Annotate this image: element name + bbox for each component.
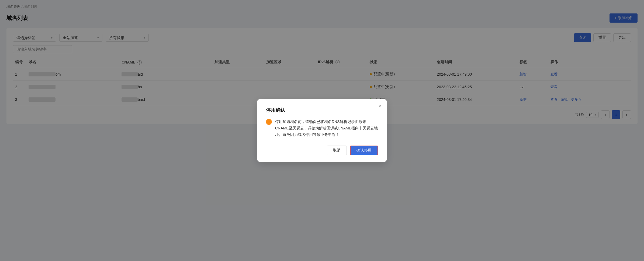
modal-overlay: × 停用确认 ! 停用加速域名前，请确保已将域名DNS解析记录由原来CNAME至… <box>0 0 644 261</box>
modal-close-button[interactable]: × <box>378 104 381 109</box>
confirm-disable-button[interactable]: 确认停用 <box>350 146 378 155</box>
warning-icon: ! <box>266 119 272 125</box>
modal-message: 停用加速域名前，请确保已将域名DNS解析记录由原来CNAME至天翼云，调整为解析… <box>275 119 378 138</box>
confirm-modal: × 停用确认 ! 停用加速域名前，请确保已将域名DNS解析记录由原来CNAME至… <box>257 99 387 161</box>
modal-title: 停用确认 <box>266 107 378 113</box>
cancel-button[interactable]: 取消 <box>327 146 347 155</box>
modal-footer: 取消 确认停用 <box>266 146 378 155</box>
modal-body: ! 停用加速域名前，请确保已将域名DNS解析记录由原来CNAME至天翼云，调整为… <box>266 119 378 138</box>
